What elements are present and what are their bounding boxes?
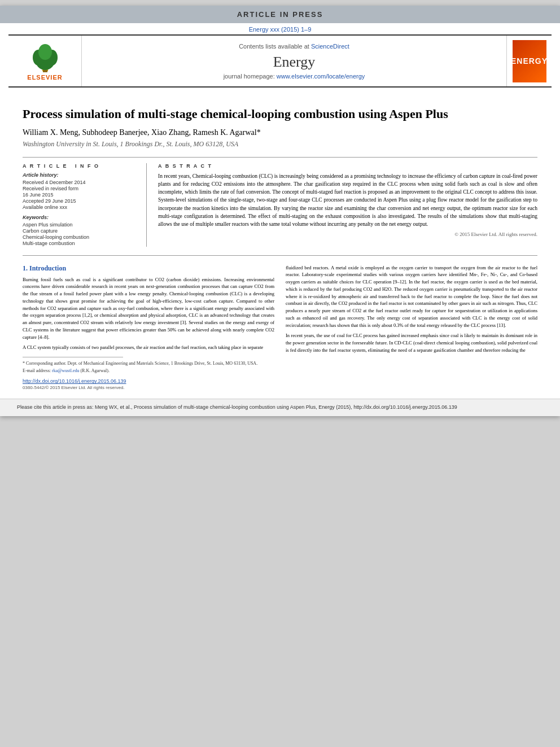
doi-header-line: Energy xxx (2015) 1–9 — [0, 23, 560, 34]
received-date: Received 4 December 2014 — [23, 180, 138, 185]
issn-line: 0360-5442/© 2015 Elsevier Ltd. All right… — [23, 385, 274, 390]
sciencedirect-line: Contents lists available at ScienceDirec… — [239, 43, 349, 50]
contents-label: Contents lists available at — [239, 43, 309, 50]
copyright: © 2015 Elsevier Ltd. All rights reserved… — [158, 231, 537, 237]
journal-name: Energy — [273, 54, 316, 71]
page: ARTICLE IN PRESS Energy xxx (2015) 1–9 E… — [0, 6, 560, 416]
homepage-url[interactable]: www.elsevier.com/locate/energy — [277, 73, 365, 80]
footnote-2: E-mail address: rka@wustl.edu (R.K. Agar… — [23, 368, 274, 374]
body-section: 1. Introduction Burning fossil fuels suc… — [23, 264, 537, 391]
authors: William X. Meng, Subhodeep Banerjee, Xia… — [23, 128, 537, 137]
email-label: E-mail address: — [23, 368, 52, 373]
elsevier-logo: ELSEVIER — [8, 36, 82, 86]
aip-banner-text: ARTICLE IN PRESS — [237, 10, 323, 19]
journal-header: ELSEVIER Contents lists available at Sci… — [8, 34, 552, 88]
article-info-col: A R T I C L E I N F O Article history: R… — [23, 163, 147, 247]
body-para-right-1: fluidized bed reactors. A metal oxide is… — [286, 264, 537, 329]
keyword-2: Carbon capture — [23, 228, 138, 234]
journal-center: Contents lists available at ScienceDirec… — [82, 36, 506, 86]
sciencedirect-link[interactable]: ScienceDirect — [311, 43, 349, 50]
aip-banner: ARTICLE IN PRESS — [0, 6, 560, 23]
homepage-label: journal homepage: — [224, 73, 275, 80]
body-para-2: A CLC system typically consists of two p… — [23, 344, 274, 351]
accepted-date: Accepted 29 June 2015 — [23, 198, 138, 204]
received-revised-label: Received in revised form — [23, 186, 138, 191]
citation-box: Please cite this article in press as: Me… — [0, 399, 560, 416]
abstract-text: In recent years, Chemical-looping combus… — [158, 172, 537, 229]
available-online: Available online xxx — [23, 204, 138, 210]
citation-text: Please cite this article in press as: Me… — [17, 404, 457, 410]
author-names: William X. Meng, Subhodeep Banerjee, Xia… — [23, 128, 261, 137]
keywords-label: Keywords: — [23, 215, 138, 220]
keyword-3: Chemical-looping combustion — [23, 234, 138, 240]
journal-homepage: journal homepage: www.elsevier.com/locat… — [224, 73, 365, 80]
svg-rect-5 — [43, 70, 47, 72]
body-divider — [23, 255, 537, 256]
bottom-links: http://dx.doi.org/10.1016/j.energy.2015.… — [23, 378, 274, 390]
energy-logo-box: ENERGY — [513, 40, 546, 82]
elsevier-tree-icon — [23, 42, 68, 73]
footnote-divider — [23, 357, 123, 357]
intro-title: 1. Introduction — [23, 264, 274, 273]
affiliation: Washington University in St. Louis, 1 Br… — [23, 140, 537, 148]
doi-header-text: Energy xxx (2015) 1–9 — [249, 26, 312, 33]
body-left-col: 1. Introduction Burning fossil fuels suc… — [23, 264, 274, 391]
svg-point-4 — [38, 44, 52, 60]
email-author: (R.K. Agarwal). — [80, 368, 110, 373]
keyword-1: Aspen Plus simulation — [23, 222, 138, 228]
keyword-4: Multi-stage combustion — [23, 241, 138, 246]
abstract-col: A B S T R A C T In recent years, Chemica… — [158, 163, 537, 247]
history-label: Article history: — [23, 172, 138, 178]
journal-logo-right: ENERGY — [506, 36, 552, 86]
body-para-right-2: In recent years, the use of coal for CLC… — [286, 332, 537, 353]
info-abstract-section: A R T I C L E I N F O Article history: R… — [23, 157, 537, 247]
article-info-heading: A R T I C L E I N F O — [23, 163, 138, 169]
abstract-heading: A B S T R A C T — [158, 163, 537, 169]
main-content: Process simulation of multi-stage chemic… — [0, 88, 560, 399]
body-para-1: Burning fossil fuels such as coal is a s… — [23, 276, 274, 341]
doi-link[interactable]: http://dx.doi.org/10.1016/j.energy.2015.… — [23, 378, 274, 384]
email-link[interactable]: rka@wustl.edu — [52, 368, 79, 373]
footnote-1: * Corresponding author. Dept. of Mechani… — [23, 360, 274, 366]
body-right-col: fluidized bed reactors. A metal oxide is… — [286, 264, 537, 391]
elsevier-label: ELSEVIER — [27, 74, 62, 81]
revised-date: 16 June 2015 — [23, 192, 138, 198]
article-title: Process simulation of multi-stage chemic… — [23, 106, 537, 123]
